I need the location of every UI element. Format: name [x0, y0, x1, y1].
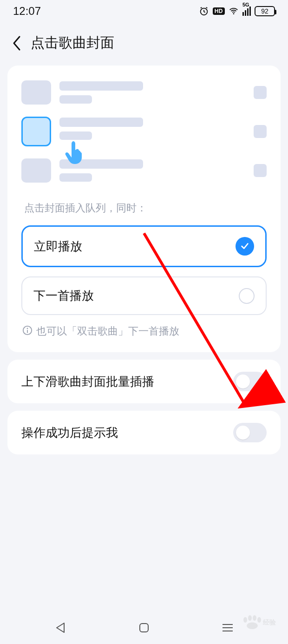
info-text: 也可以「双击歌曲」下一首播放: [36, 324, 179, 338]
radio-unchecked-icon: [239, 288, 255, 304]
status-time: 12:07: [13, 5, 41, 18]
toggle-switch[interactable]: [233, 423, 267, 442]
section-hint: 点击封面插入队列，同时：: [24, 201, 264, 215]
signal-5g-icon: 5G: [242, 7, 251, 16]
back-button[interactable]: [7, 34, 26, 53]
svg-point-13: [257, 617, 261, 623]
hand-pointer-icon: [62, 139, 85, 167]
toggle-swipe-batch: 上下滑歌曲封面批量插播: [7, 360, 281, 403]
status-bar: 12:07 HD 5G 92: [0, 0, 288, 22]
hd-icon: HD: [213, 7, 225, 15]
illustration: [21, 79, 267, 192]
page-title: 点击歌曲封面: [31, 33, 114, 53]
alarm-icon: [199, 6, 209, 16]
svg-point-1: [233, 13, 235, 14]
baidu-watermark: 经验: [242, 615, 281, 631]
option-play-now[interactable]: 立即播放: [21, 225, 267, 267]
svg-point-12: [253, 615, 256, 621]
option-label: 下一首播放: [33, 288, 94, 304]
info-icon: [22, 325, 33, 337]
toggle-label: 上下滑歌曲封面批量插播: [21, 374, 154, 390]
page-header: 点击歌曲封面: [0, 22, 288, 66]
nav-back-button[interactable]: [46, 618, 74, 637]
svg-point-10: [243, 617, 247, 623]
svg-rect-6: [140, 624, 148, 632]
toggle-label: 操作成功后提示我: [21, 425, 118, 441]
main-card: 点击封面插入队列，同时： 立即播放 下一首播放 也可以「双击歌曲」下一首播放: [7, 66, 281, 352]
battery-icon: 92: [255, 6, 275, 16]
nav-home-button[interactable]: [130, 618, 158, 637]
nav-recent-button[interactable]: [214, 618, 242, 637]
info-row: 也可以「双击歌曲」下一首播放: [22, 324, 267, 338]
svg-text:经验: 经验: [262, 618, 276, 626]
svg-point-11: [248, 615, 252, 621]
status-right: HD 5G 92: [199, 6, 275, 16]
option-play-next[interactable]: 下一首播放: [21, 276, 267, 315]
svg-rect-4: [27, 330, 28, 333]
svg-point-3: [27, 328, 28, 329]
check-icon: [236, 237, 254, 256]
option-label: 立即播放: [34, 238, 82, 255]
toggle-switch[interactable]: [233, 372, 267, 391]
wifi-icon: [229, 6, 239, 16]
toggle-notify-success: 操作成功后提示我: [7, 411, 281, 454]
